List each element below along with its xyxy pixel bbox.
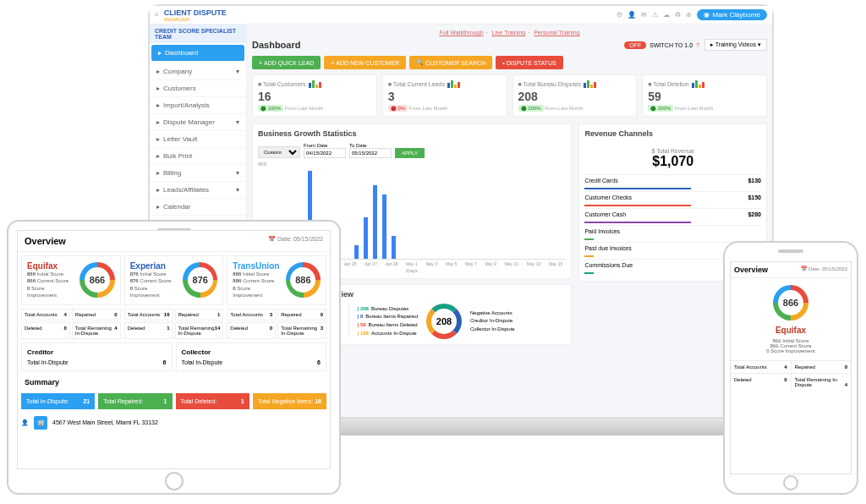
home-button[interactable] xyxy=(165,472,184,490)
stat-card: ■ Total Customers16⬤ 100% From Last Mont… xyxy=(252,74,377,117)
growth-title: Business Growth Statistics xyxy=(258,129,566,138)
revenue-title: Revenue Channels xyxy=(584,129,761,138)
revenue-total: $1,070 xyxy=(589,154,756,169)
tablet-frame: Overview 📅 Date: 05/15/2022 Equifax866 I… xyxy=(7,220,341,495)
add-lead-button[interactable]: + ADD QUICK LEAD xyxy=(252,56,321,69)
collector-card: Collector Total In-Dispute6 xyxy=(176,342,327,371)
phone-frame: Overview 📅 Date: 05/15/2022 866 Equifax … xyxy=(723,241,858,495)
link-3[interactable]: Personal Training xyxy=(534,30,579,36)
user-pill[interactable]: ◉ Mark Clayborne xyxy=(697,9,767,20)
icon-c[interactable]: ✉ xyxy=(641,11,647,19)
address: 4567 West Main Street, Miami FL 33132 xyxy=(52,419,158,425)
bureau-card: Experian876 Initial Score876 Current Sco… xyxy=(124,255,224,305)
revenue-item: Customer Checks$150 xyxy=(584,191,761,203)
summary-card: Total Negative Items:18 xyxy=(253,393,326,409)
logo-sub: MANAGER xyxy=(164,17,227,22)
bureau-card: Equifax866 Initial Score866 Current Scor… xyxy=(21,255,121,305)
nav-dashboard[interactable]: ▸Dashboard xyxy=(151,45,244,62)
to-date[interactable] xyxy=(349,148,392,158)
nav-bulk print[interactable]: ▸Bulk Print xyxy=(150,148,246,165)
range-select[interactable]: Custom xyxy=(258,146,300,158)
avatar-icon: ◉ xyxy=(704,11,710,19)
donut-bureau: 208 xyxy=(426,304,462,339)
nav-calendar[interactable]: ▸Calendar xyxy=(150,199,246,216)
link-2[interactable]: Live Training xyxy=(492,30,526,36)
stat-card: ■ Total Bureau Disputes208⬤ 200% From La… xyxy=(512,74,638,117)
nav-dispute manager[interactable]: ▸Dispute Manager▾ xyxy=(150,114,246,131)
logo-text: CLIENT DISPUTE xyxy=(164,8,227,17)
link-1[interactable]: Full Walkthrough xyxy=(439,30,483,36)
toggle-label: SWITCH TO 1.0 xyxy=(650,42,693,48)
nav-leads/affiliates[interactable]: ▸Leads/Affiliates▾ xyxy=(150,182,246,199)
apply-button[interactable]: APPLY xyxy=(395,148,425,158)
nav-customers[interactable]: ▸Customers xyxy=(150,80,246,97)
user-name: Mark Clayborne xyxy=(713,11,760,19)
walkthrough-links: Full Walkthrough· Live Training· Persona… xyxy=(252,30,767,36)
help-icon[interactable]: ? xyxy=(696,42,699,48)
version-toggle[interactable]: OFF xyxy=(624,41,646,49)
nav-letter vault[interactable]: ▸Letter Vault xyxy=(150,131,246,148)
add-customer-button[interactable]: + ADD NEW CUSTOMER xyxy=(324,56,406,69)
revenue-item: Credit Cards$130 xyxy=(584,174,761,186)
overview-title: Overview xyxy=(25,236,66,246)
nav-import/analysis[interactable]: ▸Import/Analysis xyxy=(150,97,246,114)
avatar-icon: 👤 xyxy=(21,419,29,426)
icon-d[interactable]: ⚠ xyxy=(652,11,658,19)
stat-card: ■ Total Current Leads3⬤ 0% From Last Mon… xyxy=(382,74,507,117)
revenue-item: Customer Cash$280 xyxy=(584,208,761,220)
summary-card: Total In-Dispute:21 xyxy=(21,393,95,409)
location-icon: 🏢 xyxy=(34,416,47,430)
page-title: Dashboard xyxy=(252,40,300,50)
topbar: ≡ CLIENT DISPUTE MANAGER ⚙👤✉⚠☁♻⊕ ◉ Mark … xyxy=(150,6,772,25)
customer-search-button[interactable]: 🔍 CUSTOMER SEARCH xyxy=(409,56,492,69)
icon-a[interactable]: ⚙ xyxy=(617,11,622,19)
stat-card: ■ Total Deletion59⬤ 200% From Last Month xyxy=(642,74,767,117)
from-date[interactable] xyxy=(304,148,346,158)
nav-company[interactable]: ▸Company▾ xyxy=(150,63,246,80)
creditor-card: Creditor Total In-Dispute6 xyxy=(21,342,173,371)
team-badge: CREDIT SCORE SPECIALIST TEAM xyxy=(150,25,246,43)
icon-e[interactable]: ☁ xyxy=(663,11,670,19)
revenue-item: Paid Invoices xyxy=(584,225,761,237)
summary-card: Total Deleted:1 xyxy=(176,393,249,409)
bureau-card: TransUnion886 Initial Score886 Current S… xyxy=(227,255,326,305)
icon-g[interactable]: ⊕ xyxy=(686,11,692,19)
nav-billing[interactable]: ▸Billing▾ xyxy=(150,165,246,182)
icon-f[interactable]: ♻ xyxy=(675,11,681,19)
menu-icon[interactable]: ≡ xyxy=(155,11,159,19)
training-videos-button[interactable]: ▸ Training Videos ▾ xyxy=(704,39,767,51)
icon-b[interactable]: 👤 xyxy=(628,11,636,19)
top-icons: ⚙👤✉⚠☁♻⊕ xyxy=(617,11,692,19)
home-button[interactable] xyxy=(783,475,798,490)
dispute-status-button[interactable]: • DISPUTE STATUS xyxy=(496,56,562,69)
summary-card: Total Repaired:1 xyxy=(98,393,172,409)
overview-date: 📅 Date: 05/15/2022 xyxy=(268,236,323,246)
